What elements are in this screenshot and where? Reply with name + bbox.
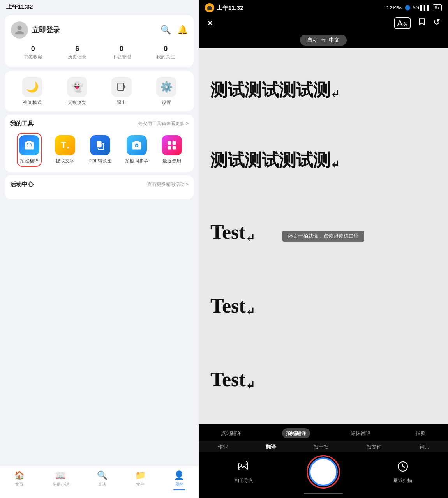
top-toolbar: ✕ Aあ ↺ [199, 14, 448, 32]
lang-target: 中文 [329, 37, 340, 44]
stat-history-label: 历史记录 [68, 54, 86, 60]
avatar[interactable] [11, 21, 28, 39]
bluetooth-icon: 🔵 [405, 5, 411, 11]
nav-mine[interactable]: 👤 我的 [173, 470, 185, 490]
mode-bar: 点词翻译 拍照翻译 涂抹翻译 拍照 [199, 424, 448, 441]
text-detect-icon[interactable]: Aあ [394, 17, 411, 29]
recent-scan-button[interactable]: 最近扫描 [393, 460, 412, 484]
func-recognize[interactable]: 识... [420, 443, 429, 450]
photo-translate-icon: A [19, 135, 39, 155]
recent-scan-icon [397, 460, 409, 475]
activity-more[interactable]: 查看更多精彩活动 > [147, 181, 189, 188]
left-panel: 上午11:32 立即登录 🔍 🔔 0 书签收藏 [0, 0, 199, 498]
tool-recent[interactable]: 最近使用 [162, 135, 182, 164]
camera-text-chinese-1: 测试测试测试测↵ [210, 80, 436, 101]
stat-bookmarks-label: 书签收藏 [24, 54, 42, 60]
quick-actions-card: 🌙 夜间模式 👻 无痕浏览 退出 ⚙️ 设置 [5, 71, 194, 111]
header-icons: 🔍 🔔 [161, 25, 188, 35]
stat-downloads-label: 下载管理 [112, 54, 131, 60]
toolbar-right-icons: Aあ ↺ [394, 17, 440, 29]
svg-text:PDF: PDF [97, 143, 103, 146]
speed-icon: 12.2 KB/s [384, 5, 402, 10]
photo-sync-icon [127, 135, 147, 155]
stat-downloads[interactable]: 0 下载管理 [112, 45, 131, 60]
tools-title: 我的工具 [10, 120, 34, 127]
nav-active-indicator [173, 489, 185, 490]
lang-pill[interactable]: 自动 ⇆ 中文 [300, 35, 347, 46]
tools-section-header: 我的工具 去实用工具箱查看更多 > [10, 120, 189, 127]
night-icon: 🌙 [22, 77, 42, 97]
mode-photo-translate[interactable]: 拍照翻译 [282, 428, 310, 438]
tool-pdf-convert[interactable]: PDF PDF转长图 [88, 135, 112, 164]
mode-photo[interactable]: 拍照 [412, 428, 430, 438]
recent-icon [162, 135, 182, 155]
nav-files[interactable]: 📁 文件 [135, 470, 146, 490]
func-homework[interactable]: 作业 [218, 443, 228, 450]
tools-more[interactable]: 去实用工具箱查看更多 > [138, 120, 189, 127]
status-time-right: 上午11:32 [217, 4, 243, 12]
home-indicator-right [199, 490, 448, 498]
header-card: 立即登录 🔍 🔔 0 书签收藏 6 历史记录 0 下载管理 0 我的关注 [5, 15, 194, 67]
status-bar-right: 上午11:32 12.2 KB/s 🔵 5G ▌▌▌ 87 [199, 0, 448, 14]
recent-label: 最近使用 [162, 158, 181, 164]
activity-card: 活动中心 查看更多精彩活动 > [5, 175, 194, 199]
mine-label: 我的 [175, 482, 183, 487]
status-left: 上午11:32 [205, 3, 243, 12]
func-translate[interactable]: 翻译 [266, 443, 276, 450]
tool-extract-text[interactable]: T ✦ 提取文字 [55, 135, 75, 164]
camera-controls: 相册导入 最近扫描 [199, 452, 448, 490]
quick-action-exit[interactable]: 退出 [111, 77, 132, 106]
novels-label: 免费小说 [52, 482, 69, 487]
func-scan-qr[interactable]: 扫一扫 [314, 443, 329, 450]
pdf-convert-icon: PDF [90, 135, 110, 155]
stat-downloads-value: 0 [120, 45, 123, 53]
photo-sync-label: 拍照同步学 [125, 158, 148, 164]
direct-label: 直达 [98, 482, 106, 487]
extract-text-icon: T ✦ [55, 135, 75, 155]
stat-following-value: 0 [164, 45, 168, 53]
shutter-button-wrapper[interactable] [309, 457, 338, 486]
mode-word-translate[interactable]: 点词翻译 [217, 428, 245, 438]
home-bar-right [304, 493, 343, 494]
nav-direct[interactable]: 🔍 直达 [97, 470, 108, 490]
gallery-import-button[interactable]: 相册导入 [235, 460, 253, 484]
settings-icon: ⚙️ [156, 77, 176, 97]
camera-text-test-3: Test↵ [210, 367, 436, 392]
search-icon[interactable]: 🔍 [161, 25, 171, 35]
user-info: 立即登录 [11, 21, 60, 39]
extract-text-label: 提取文字 [56, 158, 74, 164]
exit-label: 退出 [117, 99, 126, 106]
status-right-icons: 12.2 KB/s 🔵 5G ▌▌▌ 87 [384, 4, 442, 11]
stat-following[interactable]: 0 我的关注 [156, 45, 175, 60]
photo-translate-label: 拍照翻译 [20, 158, 39, 164]
stat-history-value: 6 [75, 45, 79, 53]
night-label: 夜间模式 [23, 99, 42, 106]
status-bar-left: 上午11:32 [0, 0, 199, 12]
mine-icon: 👤 [174, 470, 184, 480]
close-icon[interactable]: ✕ [206, 18, 213, 28]
nav-home[interactable]: 🏠 首页 [14, 470, 25, 490]
quick-action-incognito[interactable]: 👻 无痕浏览 [67, 77, 87, 106]
login-label[interactable]: 立即登录 [32, 25, 60, 35]
status-time-left: 上午11:32 [6, 3, 33, 11]
bookmark-icon[interactable] [418, 17, 426, 29]
func-scan-file[interactable]: 扫文件 [367, 443, 382, 450]
svg-rect-6 [168, 141, 171, 145]
tool-photo-sync[interactable]: 拍照同步学 [125, 135, 148, 164]
quick-action-night[interactable]: 🌙 夜间模式 [22, 77, 42, 106]
battery-icon: 87 [433, 4, 442, 11]
mode-smear-translate[interactable]: 涂抹翻译 [347, 428, 375, 438]
refresh-icon[interactable]: ↺ [433, 17, 440, 29]
bell-icon[interactable]: 🔔 [177, 25, 188, 35]
settings-label: 设置 [162, 99, 171, 106]
incognito-label: 无痕浏览 [68, 99, 86, 106]
quick-action-settings[interactable]: ⚙️ 设置 [156, 77, 176, 106]
tool-photo-translate[interactable]: A 拍照翻译 [17, 133, 42, 167]
nav-novels[interactable]: 📖 免费小说 [52, 470, 69, 490]
stat-bookmarks[interactable]: 0 书签收藏 [24, 45, 42, 60]
stat-history[interactable]: 6 历史记录 [68, 45, 86, 60]
gallery-icon [238, 460, 250, 475]
quick-actions: 🌙 夜间模式 👻 无痕浏览 退出 ⚙️ 设置 [10, 77, 189, 106]
home-label: 首页 [15, 482, 23, 487]
tools-grid: A 拍照翻译 T ✦ 提取文字 PDF [10, 133, 189, 167]
